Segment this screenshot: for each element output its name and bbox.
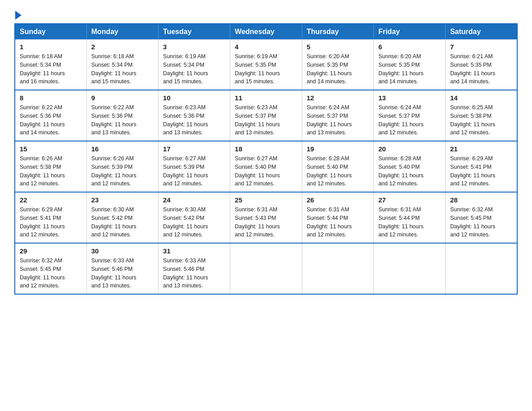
day-info: Sunrise: 6:23 AMSunset: 5:36 PMDaylight:… <box>163 104 208 136</box>
calendar-cell: 5 Sunrise: 6:20 AMSunset: 5:35 PMDayligh… <box>302 39 373 90</box>
day-number: 20 <box>378 145 441 153</box>
day-number: 5 <box>307 43 369 51</box>
day-info: Sunrise: 6:31 AMSunset: 5:44 PMDaylight:… <box>307 206 352 238</box>
day-info: Sunrise: 6:25 AMSunset: 5:38 PMDaylight:… <box>450 104 495 136</box>
day-number: 2 <box>91 43 154 51</box>
calendar-cell: 13 Sunrise: 6:24 AMSunset: 5:37 PMDaylig… <box>373 90 445 141</box>
calendar-cell: 1 Sunrise: 6:18 AMSunset: 5:34 PMDayligh… <box>15 39 86 90</box>
logo-triangle-icon <box>15 11 21 20</box>
day-number: 16 <box>91 145 154 153</box>
weekday-header-saturday: Saturday <box>446 24 517 39</box>
calendar-cell: 21 Sunrise: 6:29 AMSunset: 5:41 PMDaylig… <box>446 141 517 192</box>
day-number: 6 <box>378 43 441 51</box>
calendar-cell: 26 Sunrise: 6:31 AMSunset: 5:44 PMDaylig… <box>302 192 373 243</box>
calendar-cell: 16 Sunrise: 6:26 AMSunset: 5:39 PMDaylig… <box>86 141 158 192</box>
day-info: Sunrise: 6:18 AMSunset: 5:34 PMDaylight:… <box>91 53 137 85</box>
calendar-cell: 23 Sunrise: 6:30 AMSunset: 5:42 PMDaylig… <box>86 192 158 243</box>
day-info: Sunrise: 6:19 AMSunset: 5:34 PMDaylight:… <box>163 53 208 85</box>
calendar-week-row: 15 Sunrise: 6:26 AMSunset: 5:38 PMDaylig… <box>15 141 517 192</box>
day-info: Sunrise: 6:20 AMSunset: 5:35 PMDaylight:… <box>307 53 352 85</box>
calendar-cell: 11 Sunrise: 6:23 AMSunset: 5:37 PMDaylig… <box>230 90 302 141</box>
calendar-cell: 17 Sunrise: 6:27 AMSunset: 5:39 PMDaylig… <box>159 141 230 192</box>
calendar-cell <box>373 243 445 294</box>
calendar-cell: 15 Sunrise: 6:26 AMSunset: 5:38 PMDaylig… <box>15 141 86 192</box>
day-info: Sunrise: 6:31 AMSunset: 5:44 PMDaylight:… <box>378 206 424 238</box>
day-info: Sunrise: 6:27 AMSunset: 5:40 PMDaylight:… <box>235 155 280 187</box>
day-number: 9 <box>91 94 154 102</box>
day-number: 23 <box>91 196 154 204</box>
calendar-cell: 6 Sunrise: 6:20 AMSunset: 5:35 PMDayligh… <box>373 39 445 90</box>
calendar-cell: 7 Sunrise: 6:21 AMSunset: 5:35 PMDayligh… <box>446 39 517 90</box>
day-info: Sunrise: 6:32 AMSunset: 5:45 PMDaylight:… <box>450 206 495 238</box>
calendar-cell: 28 Sunrise: 6:32 AMSunset: 5:45 PMDaylig… <box>446 192 517 243</box>
day-info: Sunrise: 6:26 AMSunset: 5:38 PMDaylight:… <box>20 155 65 187</box>
day-info: Sunrise: 6:33 AMSunset: 5:46 PMDaylight:… <box>91 257 137 289</box>
weekday-header-tuesday: Tuesday <box>159 24 230 39</box>
day-number: 12 <box>307 94 369 102</box>
day-number: 8 <box>20 94 82 102</box>
day-number: 30 <box>91 247 154 255</box>
calendar-cell: 2 Sunrise: 6:18 AMSunset: 5:34 PMDayligh… <box>86 39 158 90</box>
calendar-cell: 31 Sunrise: 6:33 AMSunset: 5:46 PMDaylig… <box>159 243 230 294</box>
day-number: 11 <box>235 94 297 102</box>
calendar-cell: 9 Sunrise: 6:22 AMSunset: 5:36 PMDayligh… <box>86 90 158 141</box>
calendar-cell: 24 Sunrise: 6:30 AMSunset: 5:42 PMDaylig… <box>159 192 230 243</box>
day-info: Sunrise: 6:31 AMSunset: 5:43 PMDaylight:… <box>235 206 280 238</box>
calendar-table: SundayMondayTuesdayWednesdayThursdayFrid… <box>14 23 518 295</box>
day-info: Sunrise: 6:26 AMSunset: 5:39 PMDaylight:… <box>91 155 137 187</box>
day-info: Sunrise: 6:21 AMSunset: 5:35 PMDaylight:… <box>450 53 495 85</box>
day-number: 28 <box>450 196 512 204</box>
calendar-week-row: 8 Sunrise: 6:22 AMSunset: 5:36 PMDayligh… <box>15 90 517 141</box>
day-number: 27 <box>378 196 441 204</box>
day-number: 7 <box>450 43 512 51</box>
calendar-cell: 18 Sunrise: 6:27 AMSunset: 5:40 PMDaylig… <box>230 141 302 192</box>
calendar-week-row: 22 Sunrise: 6:29 AMSunset: 5:41 PMDaylig… <box>15 192 517 243</box>
day-info: Sunrise: 6:19 AMSunset: 5:35 PMDaylight:… <box>235 53 280 85</box>
day-number: 10 <box>163 94 225 102</box>
day-number: 24 <box>163 196 225 204</box>
calendar-week-row: 29 Sunrise: 6:32 AMSunset: 5:45 PMDaylig… <box>15 243 517 294</box>
day-info: Sunrise: 6:29 AMSunset: 5:41 PMDaylight:… <box>20 206 65 238</box>
calendar-cell: 27 Sunrise: 6:31 AMSunset: 5:44 PMDaylig… <box>373 192 445 243</box>
weekday-header-monday: Monday <box>86 24 158 39</box>
calendar-cell: 20 Sunrise: 6:28 AMSunset: 5:40 PMDaylig… <box>373 141 445 192</box>
day-info: Sunrise: 6:24 AMSunset: 5:37 PMDaylight:… <box>307 104 352 136</box>
day-info: Sunrise: 6:27 AMSunset: 5:39 PMDaylight:… <box>163 155 208 187</box>
day-number: 1 <box>20 43 82 51</box>
page-header <box>14 11 518 20</box>
calendar-cell: 12 Sunrise: 6:24 AMSunset: 5:37 PMDaylig… <box>302 90 373 141</box>
calendar-cell: 19 Sunrise: 6:28 AMSunset: 5:40 PMDaylig… <box>302 141 373 192</box>
day-info: Sunrise: 6:29 AMSunset: 5:41 PMDaylight:… <box>450 155 495 187</box>
day-number: 3 <box>163 43 225 51</box>
day-number: 17 <box>163 145 225 153</box>
day-info: Sunrise: 6:22 AMSunset: 5:36 PMDaylight:… <box>91 104 137 136</box>
calendar-cell <box>230 243 302 294</box>
day-info: Sunrise: 6:28 AMSunset: 5:40 PMDaylight:… <box>378 155 424 187</box>
day-number: 14 <box>450 94 512 102</box>
day-number: 25 <box>235 196 297 204</box>
day-info: Sunrise: 6:28 AMSunset: 5:40 PMDaylight:… <box>307 155 352 187</box>
day-number: 21 <box>450 145 512 153</box>
calendar-cell: 22 Sunrise: 6:29 AMSunset: 5:41 PMDaylig… <box>15 192 86 243</box>
calendar-cell <box>302 243 373 294</box>
weekday-header-wednesday: Wednesday <box>230 24 302 39</box>
day-number: 19 <box>307 145 369 153</box>
calendar-cell: 10 Sunrise: 6:23 AMSunset: 5:36 PMDaylig… <box>159 90 230 141</box>
day-number: 29 <box>20 247 82 255</box>
calendar-cell: 30 Sunrise: 6:33 AMSunset: 5:46 PMDaylig… <box>86 243 158 294</box>
day-number: 18 <box>235 145 297 153</box>
calendar-cell: 3 Sunrise: 6:19 AMSunset: 5:34 PMDayligh… <box>159 39 230 90</box>
logo-text <box>14 11 22 20</box>
day-number: 4 <box>235 43 297 51</box>
calendar-cell: 25 Sunrise: 6:31 AMSunset: 5:43 PMDaylig… <box>230 192 302 243</box>
day-info: Sunrise: 6:20 AMSunset: 5:35 PMDaylight:… <box>378 53 424 85</box>
day-info: Sunrise: 6:18 AMSunset: 5:34 PMDaylight:… <box>20 53 65 85</box>
day-info: Sunrise: 6:24 AMSunset: 5:37 PMDaylight:… <box>378 104 424 136</box>
day-number: 22 <box>20 196 82 204</box>
weekday-header-row: SundayMondayTuesdayWednesdayThursdayFrid… <box>15 24 517 39</box>
day-info: Sunrise: 6:32 AMSunset: 5:45 PMDaylight:… <box>20 257 65 289</box>
day-number: 26 <box>307 196 369 204</box>
weekday-header-friday: Friday <box>373 24 445 39</box>
calendar-cell <box>446 243 517 294</box>
day-info: Sunrise: 6:30 AMSunset: 5:42 PMDaylight:… <box>91 206 137 238</box>
